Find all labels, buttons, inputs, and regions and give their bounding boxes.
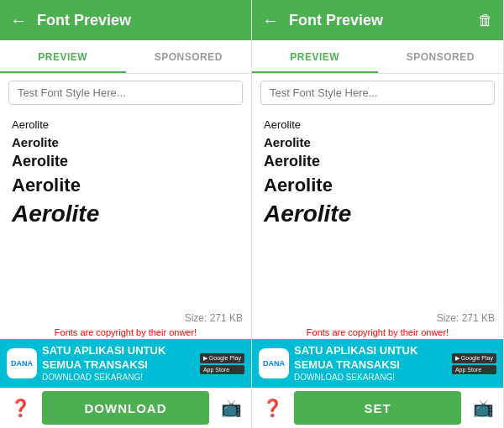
back-icon-right[interactable]: ←	[262, 11, 279, 30]
download-button[interactable]: DOWNLOAD	[42, 391, 209, 425]
ad-stores-left: ▶ Google Play App Store	[200, 353, 244, 374]
tabs-right: PREVIEW SPONSORED	[252, 40, 503, 74]
app-store-left[interactable]: App Store	[200, 365, 244, 374]
font-item-5-right: Aerolite	[264, 199, 491, 229]
ad-logo-left: DANA	[7, 348, 37, 378]
header-right: ← Font Preview 🗑	[252, 0, 503, 40]
tab-sponsored-right[interactable]: SPONSORED	[378, 40, 504, 73]
panel-right: ← Font Preview 🗑 PREVIEW SPONSORED Aerol…	[252, 0, 504, 428]
font-item-4-left: Aerolite	[12, 174, 239, 198]
font-item-5-left: Aerolite	[12, 199, 239, 229]
ad-banner-right[interactable]: DANA SATU APLIKASI UNTUK SEMUA TRANSAKSI…	[252, 339, 503, 388]
ad-sub-line-right: SEMUA TRANSAKSI	[294, 358, 447, 373]
title-right: Font Preview	[289, 12, 478, 29]
font-list-left: Aerolite Aerolite Aerolite Aerolite Aero…	[0, 112, 251, 309]
tab-preview-right[interactable]: PREVIEW	[252, 40, 378, 73]
font-item-3-right: Aerolite	[264, 152, 491, 171]
copyright-left: Fonts are copyright by their onwer!	[0, 326, 251, 339]
font-item-1-left: Aerolite	[12, 118, 239, 133]
copyright-right: Fonts are copyright by their onwer!	[252, 326, 503, 339]
ad-banner-left[interactable]: DANA SATU APLIKASI UNTUK SEMUA TRANSAKSI…	[0, 339, 251, 388]
ad-logo-right: DANA	[259, 348, 289, 378]
search-bar-left	[0, 74, 251, 112]
ad-cta-left: DOWNLOAD SEKARANG!	[42, 372, 195, 383]
trash-icon-right[interactable]: 🗑	[478, 12, 493, 29]
ad-main-line-left: SATU APLIKASI UNTUK	[42, 344, 195, 358]
google-play-left[interactable]: ▶ Google Play	[200, 353, 244, 363]
app-store-right[interactable]: App Store	[452, 365, 496, 374]
search-input-right[interactable]	[260, 81, 495, 105]
header-left: ← Font Preview	[0, 0, 251, 40]
help-icon-left[interactable]: ❓	[0, 388, 40, 428]
panel-left: ← Font Preview PREVIEW SPONSORED Aerolit…	[0, 0, 252, 428]
tab-preview-left[interactable]: PREVIEW	[0, 40, 126, 73]
back-icon-left[interactable]: ←	[10, 11, 27, 30]
ad-sub-line-left: SEMUA TRANSAKSI	[42, 358, 195, 373]
font-item-1-right: Aerolite	[264, 118, 491, 133]
tv-icon-left[interactable]: 📺	[211, 388, 251, 428]
ad-text-left: SATU APLIKASI UNTUK SEMUA TRANSAKSI DOWN…	[42, 344, 195, 384]
bottom-bar-left: ❓ DOWNLOAD 📺	[0, 388, 251, 428]
title-left: Font Preview	[37, 12, 241, 29]
ad-stores-right: ▶ Google Play App Store	[452, 353, 496, 374]
ad-main-line-right: SATU APLIKASI UNTUK	[294, 344, 447, 358]
font-item-2-right: Aerolite	[264, 134, 491, 151]
help-icon-right[interactable]: ❓	[252, 388, 292, 428]
font-list-right: Aerolite Aerolite Aerolite Aerolite Aero…	[252, 112, 503, 309]
font-item-4-right: Aerolite	[264, 174, 491, 198]
font-item-2-left: Aerolite	[12, 134, 239, 151]
tv-icon-right[interactable]: 📺	[463, 388, 503, 428]
tab-sponsored-left[interactable]: SPONSORED	[126, 40, 252, 73]
tabs-left: PREVIEW SPONSORED	[0, 40, 251, 74]
search-input-left[interactable]	[8, 81, 243, 105]
size-label-left: Size: 271 KB	[0, 309, 251, 326]
size-label-right: Size: 271 KB	[252, 309, 503, 326]
set-button[interactable]: SET	[294, 391, 461, 425]
bottom-bar-right: ❓ SET 📺	[252, 388, 503, 428]
google-play-right[interactable]: ▶ Google Play	[452, 353, 496, 363]
font-item-3-left: Aerolite	[12, 152, 239, 171]
search-bar-right	[252, 74, 503, 112]
ad-text-right: SATU APLIKASI UNTUK SEMUA TRANSAKSI DOWN…	[294, 344, 447, 384]
ad-cta-right: DOWNLOAD SEKARANG!	[294, 372, 447, 383]
